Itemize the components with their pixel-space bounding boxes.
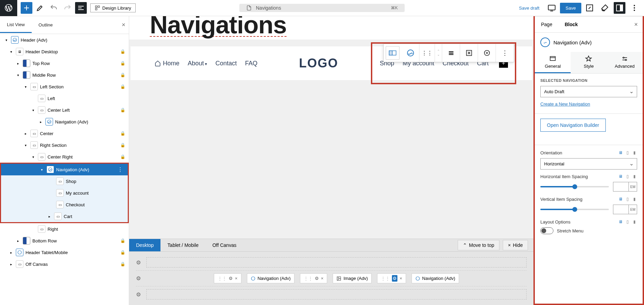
- mobile-icon[interactable]: ▮: [632, 174, 637, 179]
- width-button[interactable]: [460, 44, 478, 62]
- move-buttons[interactable]: ⌃⌄: [435, 44, 442, 62]
- move-to-top-button[interactable]: ⌃ Move to top: [458, 240, 499, 250]
- tab-page[interactable]: Page: [535, 17, 559, 32]
- redo-button[interactable]: [61, 2, 74, 14]
- desktop-icon[interactable]: 🖥: [618, 219, 623, 225]
- tree-item-cart[interactable]: ▸▭Cart: [1, 210, 128, 222]
- inspector-tab-advanced[interactable]: Advanced: [607, 52, 643, 73]
- edit-tool-button[interactable]: [34, 2, 46, 14]
- drag-handle[interactable]: ⋮⋮: [419, 44, 435, 62]
- gear-icon[interactable]: ⚙: [229, 276, 233, 281]
- title-bar[interactable]: Navigations ⌘K: [239, 4, 405, 12]
- block-type-button[interactable]: [402, 44, 419, 62]
- close-icon[interactable]: ×: [235, 276, 238, 281]
- tree-item-header-adv[interactable]: ▾Header (Adv): [0, 34, 129, 46]
- tree-item-my-account[interactable]: ▭My account: [1, 187, 128, 199]
- mobile-icon[interactable]: ▮: [632, 196, 637, 202]
- builder-tab-off-canvas[interactable]: Off Canvas: [206, 239, 243, 251]
- desktop-icon[interactable]: 🖥: [618, 174, 623, 179]
- page-title[interactable]: Navigations: [150, 16, 287, 37]
- stretch-menu-toggle[interactable]: [540, 227, 553, 234]
- builder-chip-nav-2-label[interactable]: Navigation (Adv): [412, 273, 459, 283]
- builder-chip-image-label[interactable]: Image (Adv): [333, 273, 372, 283]
- logo[interactable]: LOGO: [299, 56, 338, 70]
- tree-item-shop[interactable]: ▭Shop: [1, 175, 128, 187]
- tree-item-center-left[interactable]: ▾▭Center Left🔒: [0, 104, 129, 116]
- tree-item-center[interactable]: ▸▭Center🔒: [0, 128, 129, 139]
- builder-tab-desktop[interactable]: Desktop: [129, 239, 160, 251]
- editor-mode-button[interactable]: [583, 2, 596, 14]
- gear-icon[interactable]: ⚙: [136, 275, 143, 282]
- tree-item-off-canvas[interactable]: ▸▭Off Canvas🔒: [0, 258, 129, 270]
- builder-chip-nav-2[interactable]: ⋮⋮⚙×: [377, 273, 406, 283]
- orientation-select[interactable]: Horizontal: [540, 158, 637, 170]
- wordpress-logo[interactable]: [0, 0, 17, 16]
- h-spacing-slider[interactable]: [540, 186, 609, 187]
- mobile-icon[interactable]: ▮: [632, 219, 637, 225]
- v-spacing-slider[interactable]: [540, 209, 609, 210]
- tab-block[interactable]: Block: [559, 17, 584, 32]
- nav-link-home[interactable]: Home: [155, 60, 179, 67]
- mobile-icon[interactable]: ▮: [632, 150, 637, 155]
- builder-slot[interactable]: [146, 289, 527, 299]
- open-nav-builder-button[interactable]: Open Navigation Builder: [540, 119, 606, 132]
- tree-item-header-tablet-mobile[interactable]: ▸Header Tablet/Mobile🔒: [0, 247, 129, 258]
- design-library-button[interactable]: Design Library: [90, 3, 136, 12]
- selected-nav-select[interactable]: Auto Draft: [540, 86, 637, 97]
- tablet-icon[interactable]: ▯: [625, 219, 630, 225]
- tree-item-nav-adv-2[interactable]: ▾Navigation (Adv)⋮: [1, 164, 128, 175]
- save-draft-button[interactable]: Save draft: [515, 3, 543, 13]
- v-spacing-input[interactable]: [613, 205, 629, 214]
- builder-slot[interactable]: [146, 257, 527, 268]
- tree-item-middle-row[interactable]: ▾Middle Row🔒: [0, 69, 129, 81]
- builder-chip-nav-1-label[interactable]: Navigation (Adv): [247, 273, 294, 283]
- gear-icon[interactable]: ⚙: [315, 276, 319, 281]
- gear-icon[interactable]: ⚙: [392, 275, 397, 282]
- close-list-view-button[interactable]: ×: [122, 21, 125, 29]
- settings-sidebar-button[interactable]: [614, 2, 625, 14]
- add-button[interactable]: [478, 44, 496, 62]
- drag-handle-icon[interactable]: ⋮⋮: [381, 276, 390, 281]
- inspector-tab-style[interactable]: Style: [571, 52, 606, 73]
- drag-handle-icon[interactable]: ⋮⋮: [304, 276, 313, 281]
- block-more-button[interactable]: ⋮: [496, 44, 514, 62]
- desktop-icon[interactable]: 🖥: [618, 196, 623, 202]
- close-sidebar-button[interactable]: ×: [629, 21, 643, 28]
- builder-chip-image[interactable]: ⋮⋮⚙×: [300, 273, 328, 283]
- align-button[interactable]: [442, 44, 460, 62]
- drag-handle-icon[interactable]: ⋮⋮: [218, 276, 227, 281]
- tree-item-header-desktop[interactable]: ▾🖥Header Desktop🔒: [0, 46, 129, 57]
- save-button[interactable]: Save: [560, 3, 581, 13]
- tree-item-right[interactable]: ▭Right: [0, 223, 129, 235]
- gear-icon[interactable]: ⚙: [136, 291, 143, 298]
- tree-item-center-right[interactable]: ▾▭Center Right🔒: [0, 151, 129, 163]
- tree-item-right-section[interactable]: ▾▭Right Section🔒: [0, 139, 129, 151]
- gear-icon[interactable]: ⚙: [136, 259, 143, 266]
- view-button[interactable]: [546, 2, 558, 14]
- h-spacing-input[interactable]: [613, 182, 629, 191]
- add-block-button[interactable]: [21, 2, 32, 14]
- tablet-icon[interactable]: ▯: [625, 150, 630, 155]
- create-new-nav-link[interactable]: Create a New Navigation: [540, 101, 637, 107]
- tree-item-nav-adv-1[interactable]: ▸Navigation (Adv): [0, 116, 129, 128]
- desktop-icon[interactable]: 🖥: [618, 150, 623, 155]
- inspector-tab-general[interactable]: General: [535, 52, 571, 73]
- nav-link-about[interactable]: About: [188, 60, 207, 67]
- nav-link-faq[interactable]: FAQ: [245, 60, 257, 67]
- more-icon[interactable]: ⋮: [116, 166, 124, 173]
- tab-outline[interactable]: Outline: [32, 18, 60, 32]
- styles-button[interactable]: [599, 2, 611, 14]
- tree-item-left[interactable]: ▭Left: [0, 92, 129, 104]
- more-options-button[interactable]: [628, 2, 641, 14]
- nav-link-contact[interactable]: Contact: [215, 60, 237, 67]
- tablet-icon[interactable]: ▯: [625, 174, 630, 179]
- tree-item-left-section[interactable]: ▾▭Left Section🔒: [0, 81, 129, 92]
- tree-item-top-row[interactable]: ▸Top Row🔒: [0, 57, 129, 69]
- hide-button[interactable]: × Hide: [503, 240, 528, 250]
- undo-button[interactable]: [48, 2, 60, 14]
- tree-item-checkout[interactable]: ▭Checkout: [1, 199, 128, 210]
- tablet-icon[interactable]: ▯: [625, 196, 630, 202]
- close-icon[interactable]: ×: [321, 276, 324, 281]
- tree-item-bottom-row[interactable]: ▸Bottom Row🔒: [0, 235, 129, 247]
- parent-block-button[interactable]: [386, 46, 399, 60]
